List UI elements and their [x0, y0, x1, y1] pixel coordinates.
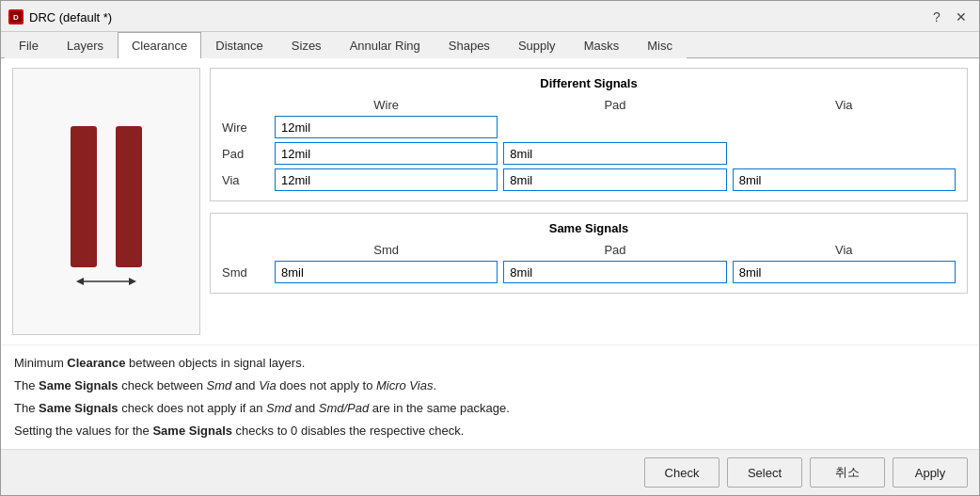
tab-misc[interactable]: Misc	[633, 32, 687, 58]
svg-rect-2	[71, 126, 97, 267]
main-area: Different Signals Wire Pad Via Wire	[1, 58, 979, 344]
tab-file[interactable]: File	[5, 32, 53, 58]
help-button[interactable]: ?	[926, 7, 947, 27]
tab-supply[interactable]: Supply	[504, 32, 570, 58]
svg-marker-6	[129, 278, 136, 285]
content-area: Different Signals Wire Pad Via Wire	[1, 58, 979, 495]
same-smd-via-input[interactable]	[733, 261, 956, 283]
cancel-button[interactable]: 취소	[810, 457, 885, 488]
diff-via-wire-input[interactable]	[275, 168, 498, 191]
different-signals-section: Different Signals Wire Pad Via Wire	[210, 68, 968, 201]
same-col-pad: Pad	[503, 243, 726, 257]
info-line1: Minimum Clearance between objects in sig…	[14, 353, 966, 374]
main-window: D DRC (default *) ? ✕ File Layers Cleara…	[0, 0, 980, 496]
diff-via-via-input[interactable]	[733, 168, 956, 191]
diff-col-wire: Wire	[275, 98, 498, 112]
close-button[interactable]: ✕	[951, 7, 972, 27]
same-signals-title: Same Signals	[222, 221, 956, 235]
title-bar-left: D DRC (default *)	[8, 9, 112, 24]
info-line4: Setting the values for the Same Signals …	[14, 421, 966, 441]
diff-row-label-via: Via	[222, 173, 269, 187]
same-row-label-smd: Smd	[222, 265, 269, 280]
svg-text:D: D	[13, 13, 19, 22]
select-button[interactable]: Select	[727, 457, 802, 488]
check-button[interactable]: Check	[644, 457, 719, 488]
diff-pad-pad-input[interactable]	[503, 142, 726, 165]
same-signals-grid: Smd Pad Via Smd	[222, 243, 956, 283]
diff-row-label-pad: Pad	[222, 147, 269, 161]
tab-layers[interactable]: Layers	[53, 32, 118, 58]
title-bar-controls: ? ✕	[926, 7, 972, 27]
title-bar: D DRC (default *) ? ✕	[1, 1, 979, 32]
diff-row-label-wire: Wire	[222, 120, 269, 135]
diff-via-pad-input[interactable]	[503, 168, 726, 191]
wire-diagram-panel	[12, 68, 200, 335]
tab-distance[interactable]: Distance	[201, 32, 277, 58]
bottom-bar: Check Select 취소 Apply	[1, 449, 979, 495]
diff-col-pad: Pad	[503, 98, 726, 112]
svg-rect-3	[116, 126, 142, 267]
same-smd-pad-input[interactable]	[503, 261, 726, 283]
diff-wire-wire-input[interactable]	[275, 116, 498, 138]
tab-masks[interactable]: Masks	[570, 32, 634, 58]
same-col-via: Via	[733, 243, 956, 257]
same-col-smd: Smd	[275, 243, 498, 257]
different-signals-grid: Wire Pad Via Wire Pad	[222, 98, 956, 191]
tab-bar: File Layers Clearance Distance Sizes Ann…	[1, 32, 979, 58]
same-smd-smd-input[interactable]	[275, 261, 498, 283]
right-panel: Different Signals Wire Pad Via Wire	[210, 68, 968, 335]
info-area: Minimum Clearance between objects in sig…	[1, 344, 979, 449]
apply-button[interactable]: Apply	[893, 457, 968, 488]
tab-clearance[interactable]: Clearance	[118, 32, 201, 58]
different-signals-title: Different Signals	[222, 76, 956, 90]
diff-col-via: Via	[733, 98, 956, 112]
wire-diagram-svg	[31, 98, 182, 305]
window-title: DRC (default *)	[29, 10, 112, 24]
app-icon: D	[8, 9, 24, 24]
info-line3: The Same Signals check does not apply if…	[14, 398, 966, 419]
diff-pad-wire-input[interactable]	[275, 142, 498, 165]
svg-marker-5	[76, 278, 84, 285]
info-line2: The Same Signals check between Smd and V…	[14, 376, 966, 396]
tab-annular-ring[interactable]: Annular Ring	[336, 32, 435, 58]
tab-shapes[interactable]: Shapes	[435, 32, 504, 58]
tab-sizes[interactable]: Sizes	[277, 32, 336, 58]
same-signals-section: Same Signals Smd Pad Via Smd	[210, 213, 968, 294]
